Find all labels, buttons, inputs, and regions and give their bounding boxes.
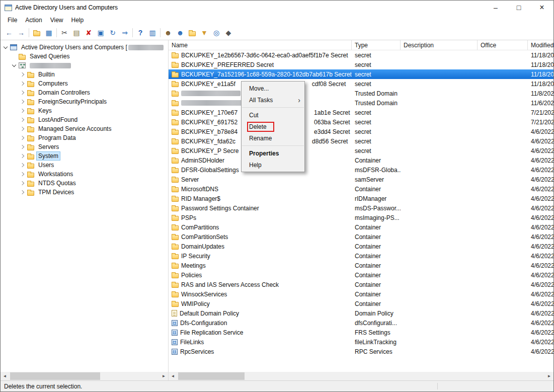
- expand-icon[interactable]: [19, 108, 26, 114]
- expand-icon[interactable]: [19, 144, 26, 150]
- list-row-adminsdholder[interactable]: AdminSDHolderContainer4/6/2022: [169, 155, 553, 165]
- list-row-psps[interactable]: PSPsmsImaging-PS...4/6/2022: [169, 213, 553, 222]
- tree-item-builtin[interactable]: Builtin: [1, 70, 168, 79]
- list-row-bckupkey-b78e[interactable]: BCKUPKEY_b78e84e3dd4 Secretsecret4/6/202…: [169, 127, 553, 136]
- list-row-dfsr-globalsettings[interactable]: DFSR-GlobalSettingsmsDFSR-Globa...4/6/20…: [169, 165, 553, 175]
- column-header-name[interactable]: Name: [169, 40, 352, 50]
- menu-file[interactable]: File: [4, 15, 21, 25]
- context-menu-delete[interactable]: Delete: [242, 121, 304, 132]
- tree-item-system[interactable]: System: [1, 151, 168, 161]
- scroll-right-icon[interactable]: ►: [545, 372, 553, 380]
- tree-item-saved-queries[interactable]: Saved Queries: [1, 52, 168, 61]
- tree-scroll-track[interactable]: [9, 372, 160, 380]
- tree-item-domain-controllers[interactable]: Domain Controllers: [1, 88, 168, 97]
- tree-item-keys[interactable]: Keys: [1, 106, 168, 115]
- list-row-compartitions[interactable]: ComPartitionsContainer4/6/2022: [169, 222, 553, 232]
- set-filter-button[interactable]: ▼: [198, 27, 210, 39]
- find-button[interactable]: ◎: [210, 27, 222, 39]
- expand-icon[interactable]: [19, 171, 26, 178]
- tree-item-servers[interactable]: Servers: [1, 142, 168, 151]
- list-row-default-domain-policy[interactable]: Default Domain PolicyDomain Policy4/6/20…: [169, 308, 553, 318]
- list-row-bckupkey-fda6[interactable]: BCKUPKEY_fda62cd8d56 Secretsecret4/6/202…: [169, 136, 553, 146]
- list-row-winsockservices[interactable]: WinsockServicesContainer4/6/2022: [169, 289, 553, 299]
- show-console-tree-button[interactable]: ▦: [43, 27, 55, 39]
- context-menu-properties[interactable]: Properties: [242, 147, 304, 159]
- menu-help[interactable]: Help: [67, 15, 88, 25]
- list-row-file-replication-service[interactable]: File Replication ServiceFRS Settings4/6/…: [169, 328, 553, 337]
- list-row-bckupkey-7a15[interactable]: BCKUPKEY_7a152196-1c68-559a-2820-162db7a…: [169, 69, 553, 79]
- tree-item-root[interactable]: Active Directory Users and Computers [: [1, 43, 168, 52]
- tree-item-ntds-quotas[interactable]: NTDS Quotas: [1, 179, 168, 188]
- console-pane-button[interactable]: ▥: [146, 27, 159, 39]
- advanced-button[interactable]: ◆: [222, 27, 234, 39]
- context-menu-cut[interactable]: Cut: [242, 109, 304, 121]
- column-header-description[interactable]: Description: [401, 40, 478, 50]
- column-header-office[interactable]: Office: [478, 40, 528, 50]
- expand-icon[interactable]: [19, 162, 26, 169]
- context-menu-help[interactable]: Help: [242, 159, 304, 171]
- list-row-ras-and-ias-servers-access-check[interactable]: RAS and IAS Servers Access CheckContaine…: [169, 280, 553, 289]
- delete-button[interactable]: ✘: [83, 27, 95, 39]
- list-row-ip-security[interactable]: IP SecurityContainer4/6/2022: [169, 251, 553, 261]
- list-row-password-settings-container[interactable]: Password Settings ContainermsDS-Passwor.…: [169, 203, 553, 213]
- back-button[interactable]: ←: [3, 27, 15, 39]
- list-row-redacted-1[interactable]: Trusted Domain11/8/202: [169, 89, 553, 98]
- expand-icon[interactable]: [19, 81, 26, 87]
- menu-action[interactable]: Action: [21, 15, 46, 25]
- create-group-button[interactable]: ☻: [174, 27, 186, 39]
- list-row-bckupkey-6917[interactable]: BCKUPKEY_691752063ba Secretsecret7/21/20…: [169, 117, 553, 127]
- maximize-button[interactable]: □: [507, 1, 530, 15]
- list-row-bckupkey-1e2b[interactable]: BCKUPKEY_1e2b6567-3d6c-0642-eca0-ad0aef5…: [169, 50, 553, 60]
- list-row-bckupkey-170e[interactable]: BCKUPKEY_170e671ab1e Secretsecret7/21/20…: [169, 108, 553, 117]
- list-row-policies[interactable]: PoliciesContainer4/6/2022: [169, 270, 553, 280]
- expand-icon[interactable]: [19, 135, 26, 141]
- expand-icon[interactable]: [19, 180, 26, 187]
- list-row-compartitionsets[interactable]: ComPartitionSetsContainer4/6/2022: [169, 232, 553, 242]
- tree-item-users[interactable]: Users: [1, 161, 168, 170]
- expand-icon[interactable]: [19, 117, 26, 123]
- tree-item-foreign-security-principals[interactable]: ForeignSecurityPrincipals: [1, 97, 168, 106]
- context-menu-rename[interactable]: Rename: [242, 132, 304, 144]
- cut-button[interactable]: ✂: [58, 27, 70, 39]
- properties-button[interactable]: ▣: [95, 27, 107, 39]
- column-header-modified[interactable]: Modified: [528, 40, 553, 50]
- collapse-icon[interactable]: [2, 44, 9, 51]
- up-one-level-button[interactable]: [31, 27, 43, 39]
- minimize-button[interactable]: –: [484, 1, 507, 15]
- expand-icon[interactable]: [19, 99, 26, 105]
- export-list-button[interactable]: ⇒: [119, 27, 131, 39]
- list-row-wmipolicy[interactable]: WMIPolicyContainer4/6/2022: [169, 299, 553, 308]
- expand-icon[interactable]: [19, 189, 26, 196]
- list-row-meetings[interactable]: MeetingsContainer4/6/2022: [169, 261, 553, 270]
- list-row-bckupkey-e11a[interactable]: BCKUPKEY_e11a5fcdf08 Secretsecret11/18/2…: [169, 79, 553, 89]
- list-row-rpcservices[interactable]: RpcServicesRPC Services4/6/2022: [169, 347, 553, 356]
- menu-view[interactable]: View: [46, 15, 67, 25]
- tree-horizontal-scrollbar[interactable]: ◄ ►: [1, 372, 168, 380]
- tree-item-computers[interactable]: Computers: [1, 79, 168, 88]
- list-row-bckupkey-p[interactable]: BCKUPKEY_P Secresecret4/6/2022: [169, 146, 553, 155]
- list-row-microsoftdns[interactable]: MicrosoftDNSContainer4/6/2022: [169, 184, 553, 194]
- column-header-type[interactable]: Type: [352, 40, 401, 50]
- tree-item-program-data[interactable]: Program Data: [1, 133, 168, 142]
- scroll-left-icon[interactable]: ◄: [1, 372, 9, 380]
- list-row-domainupdates[interactable]: DomainUpdatesContainer4/6/2022: [169, 242, 553, 251]
- tree-item-lostandfound[interactable]: LostAndFound: [1, 115, 168, 124]
- list-row-server[interactable]: ServersamServer4/6/2022: [169, 175, 553, 184]
- tree-scroll-thumb[interactable]: [10, 372, 100, 380]
- tree-item-domain[interactable]: [1, 61, 168, 70]
- list-scroll-thumb[interactable]: [178, 372, 245, 380]
- list-row-bckupkey-preferred[interactable]: BCKUPKEY_PREFERRED Secretsecret11/18/20: [169, 60, 553, 69]
- list-row-rid-manager[interactable]: RID Manager$rIDManager4/6/2022: [169, 194, 553, 203]
- tree-item-managed-service-accounts[interactable]: Managed Service Accounts: [1, 124, 168, 133]
- help-button[interactable]: ?: [134, 27, 146, 39]
- create-ou-button[interactable]: [186, 27, 198, 39]
- close-button[interactable]: ×: [530, 1, 553, 15]
- context-menu-all-tasks[interactable]: All Tasks›: [242, 94, 304, 106]
- copy-button[interactable]: ▤: [70, 27, 83, 39]
- refresh-button[interactable]: ↻: [107, 27, 119, 39]
- collapse-icon[interactable]: [11, 62, 17, 69]
- list-row-filelinks[interactable]: FileLinksfileLinkTracking4/6/2022: [169, 337, 553, 347]
- list-scroll-track[interactable]: [177, 372, 545, 380]
- context-menu-move[interactable]: Move...: [242, 83, 304, 94]
- list-row-dfs-configuration[interactable]: Dfs-ConfigurationdfsConfigurati...4/6/20…: [169, 318, 553, 328]
